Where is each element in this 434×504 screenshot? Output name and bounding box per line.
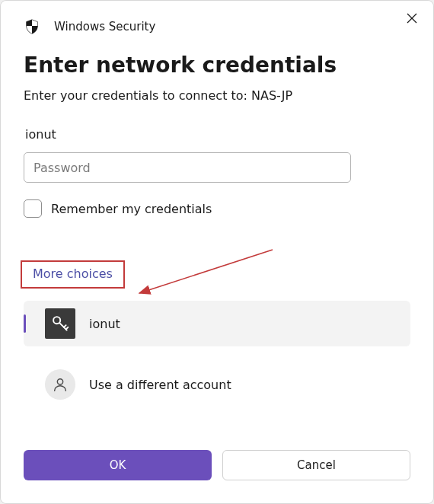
password-input[interactable]: [24, 152, 351, 183]
svg-point-7: [57, 379, 62, 384]
dialog-buttons: OK Cancel: [24, 450, 410, 480]
svg-line-2: [139, 250, 273, 293]
credentials-dialog: Windows Security Enter network credentia…: [0, 0, 434, 504]
more-choices-link[interactable]: More choices: [21, 260, 125, 289]
annotation-arrow: [132, 246, 276, 307]
account-option-label: ionut: [89, 317, 120, 331]
remember-row: Remember my credentials: [24, 199, 410, 218]
account-option-current[interactable]: ionut: [24, 301, 410, 346]
username-display: ionut: [25, 127, 410, 142]
instruction-text: Enter your credentials to connect to: NA…: [24, 88, 410, 103]
close-icon: [407, 13, 417, 26]
svg-line-5: [64, 325, 66, 327]
remember-label: Remember my credentials: [51, 202, 212, 216]
account-option-label: Use a different account: [89, 378, 231, 392]
page-title: Enter network credentials: [24, 53, 410, 78]
close-button[interactable]: [401, 8, 423, 30]
shield-icon: [24, 18, 40, 35]
remember-checkbox[interactable]: [24, 199, 42, 218]
svg-line-6: [66, 327, 69, 330]
key-icon: [45, 308, 75, 339]
account-option-different[interactable]: Use a different account: [24, 362, 410, 407]
cancel-button[interactable]: Cancel: [222, 450, 410, 480]
person-icon: [45, 369, 75, 400]
account-list: ionut Use a different account: [24, 301, 410, 407]
app-name: Windows Security: [54, 20, 155, 33]
ok-button[interactable]: OK: [24, 450, 212, 480]
titlebar: Windows Security: [24, 14, 410, 39]
